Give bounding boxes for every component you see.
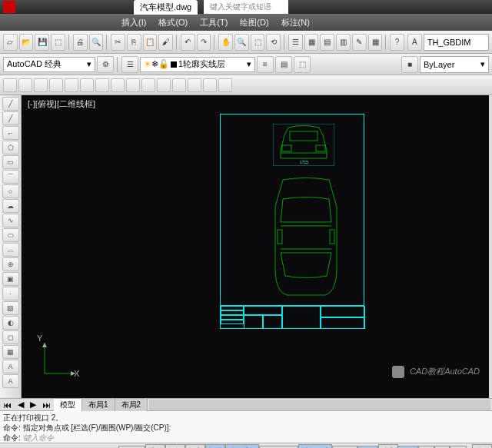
search-input[interactable]: 键入关键字或短语 — [204, 0, 288, 14]
redo-icon[interactable]: ↷ — [197, 34, 211, 51]
color-icon[interactable]: ■ — [401, 56, 418, 73]
status-ortho[interactable]: 正交 — [185, 444, 205, 448]
status-qp[interactable]: QP — [418, 446, 434, 449]
layer-iso-icon[interactable]: ⬚ — [294, 56, 311, 73]
zoomprev-icon[interactable]: ⟲ — [266, 34, 281, 51]
layer-prev-icon[interactable]: ≡ — [257, 56, 274, 73]
hscrollbar[interactable] — [149, 400, 490, 410]
status-infer[interactable]: INFER — [118, 446, 145, 449]
snap-nearest-icon[interactable] — [157, 78, 171, 92]
tab-nav-last-icon[interactable]: ⏭ — [39, 400, 54, 410]
dc-icon[interactable]: ▦ — [304, 34, 319, 51]
menu-annotate[interactable]: 标注(N) — [275, 17, 316, 28]
snap-appint-icon[interactable] — [172, 78, 186, 92]
block-icon[interactable]: ▣ — [2, 272, 19, 286]
pan-icon[interactable]: ✋ — [218, 34, 233, 51]
pline-icon[interactable]: ⌐ — [2, 126, 19, 140]
rectangle-icon[interactable]: ▭ — [2, 155, 19, 169]
status-osnap[interactable]: 对象捕捉 — [225, 444, 259, 448]
gradient-icon[interactable]: ◐ — [2, 316, 19, 330]
help-icon[interactable]: ? — [390, 34, 404, 51]
snap-tangent-icon[interactable] — [141, 78, 155, 92]
addselected-icon[interactable]: A — [2, 374, 19, 388]
ellipsearc-icon[interactable]: ⌓ — [2, 243, 19, 257]
layer-props-icon[interactable]: ☰ — [121, 56, 138, 73]
snap-perp-icon[interactable] — [126, 78, 140, 92]
hatch-icon[interactable]: ▨ — [2, 301, 19, 315]
bylayer-dropdown[interactable]: ByLayer▾ — [420, 56, 489, 73]
polygon-icon[interactable]: ⬠ — [2, 141, 19, 154]
region-icon[interactable]: ◻ — [2, 330, 19, 344]
tab-nav-first-icon[interactable]: ⏮ — [0, 400, 15, 410]
status-sc[interactable]: SC — [434, 446, 450, 449]
status-grid[interactable]: 栅格 — [165, 444, 185, 448]
cut-icon[interactable]: ✂ — [111, 34, 125, 51]
tab-nav-next-icon[interactable]: ▶ — [27, 400, 39, 410]
plot-icon[interactable]: 🖨 — [73, 34, 88, 51]
snap-quadrant-icon[interactable] — [65, 78, 78, 92]
status-modelspace[interactable]: 模型 — [472, 444, 492, 448]
layer-state-icon[interactable]: ▤ — [275, 56, 292, 73]
saveas-icon[interactable]: ⬚ — [51, 34, 65, 51]
zoomwin-icon[interactable]: ⬚ — [251, 34, 265, 51]
calc-icon[interactable]: ▦ — [368, 34, 383, 51]
snap-insert-icon[interactable] — [111, 78, 125, 92]
markup-icon[interactable]: ✎ — [352, 34, 367, 51]
status-dyn[interactable]: DYN — [357, 446, 378, 449]
revcloud-icon[interactable]: ☁ — [2, 199, 19, 213]
xline-icon[interactable]: ╱ — [2, 111, 19, 125]
match-icon[interactable]: 🖌 — [158, 34, 173, 51]
status-snap[interactable]: 捕捉 — [145, 444, 165, 448]
dimstyle-icon[interactable]: A — [407, 34, 422, 51]
status-tpy[interactable]: TPY — [398, 446, 418, 449]
table-icon[interactable]: ▦ — [2, 345, 19, 359]
menu-draw[interactable]: 绘图(D) — [234, 17, 274, 28]
status-3dosnap[interactable]: 3DOSNAP — [259, 446, 298, 449]
command-line[interactable]: 正在打印视口 2。 命令: 指定对角点或 [栏选(F)/圈围(WP)/圈交(CP… — [0, 410, 492, 443]
preview-icon[interactable]: 🔍 — [89, 34, 104, 51]
drawing-canvas[interactable]: [-][俯视][二维线框] 1715 — [22, 95, 489, 398]
status-polar[interactable]: 极轴 — [205, 444, 225, 448]
line-icon[interactable]: ╱ — [2, 97, 19, 111]
status-am[interactable]: AM — [450, 446, 467, 449]
file-tab[interactable]: 汽车模型.dwg — [134, 0, 198, 15]
copy-icon[interactable]: ⎘ — [127, 34, 141, 51]
status-ducs[interactable]: DUCS — [332, 446, 358, 449]
snap-parallel-icon[interactable] — [188, 78, 201, 92]
snap-endpoint-icon[interactable] — [3, 78, 17, 92]
cmd-input[interactable]: 键入命令 — [23, 433, 54, 442]
new-icon[interactable]: ▱ — [3, 34, 18, 51]
props-icon[interactable]: ☰ — [288, 34, 303, 51]
viewport-label[interactable]: [-][俯视][二维线框] — [28, 98, 95, 110]
snap-settings-icon[interactable] — [218, 78, 232, 92]
open-icon[interactable]: 📂 — [19, 34, 34, 51]
menu-format[interactable]: 格式(O) — [152, 17, 194, 28]
save-icon[interactable]: 💾 — [35, 34, 49, 51]
undo-icon[interactable]: ↶ — [181, 34, 195, 51]
workspace-dropdown[interactable]: AutoCAD 经典▾ — [3, 57, 95, 72]
circle-icon[interactable]: ○ — [2, 184, 19, 198]
snap-extension-icon[interactable] — [95, 78, 109, 92]
status-otrack[interactable]: 对象追踪 — [298, 444, 332, 448]
snap-center-icon[interactable] — [34, 78, 48, 92]
snap-intersect-icon[interactable] — [80, 78, 94, 92]
dimstyle-dropdown[interactable]: TH_GBDIM — [424, 34, 489, 51]
arc-icon[interactable]: ⌒ — [2, 170, 19, 184]
snap-none-icon[interactable] — [203, 78, 217, 92]
snap-midpoint-icon[interactable] — [18, 78, 32, 92]
ellipse-icon[interactable]: ⬭ — [2, 228, 19, 242]
status-lwt[interactable]: 线宽 — [378, 444, 398, 448]
tab-nav-prev-icon[interactable]: ◀ — [15, 400, 27, 410]
paste-icon[interactable]: 📋 — [143, 34, 158, 51]
mtext-icon[interactable]: A — [2, 360, 19, 373]
insert-icon[interactable]: ⊕ — [2, 257, 19, 271]
tp-icon[interactable]: ▤ — [320, 34, 334, 51]
ssm-icon[interactable]: ▥ — [336, 34, 351, 51]
point-icon[interactable]: · — [2, 287, 19, 300]
snap-node-icon[interactable] — [49, 78, 63, 92]
zoom-icon[interactable]: 🔍 — [234, 34, 249, 51]
tab-layout1[interactable]: 布局1 — [82, 399, 115, 411]
menu-tools[interactable]: 工具(T) — [194, 17, 234, 28]
spline-icon[interactable]: ∿ — [2, 214, 19, 227]
menu-insert[interactable]: 插入(I) — [115, 17, 152, 28]
